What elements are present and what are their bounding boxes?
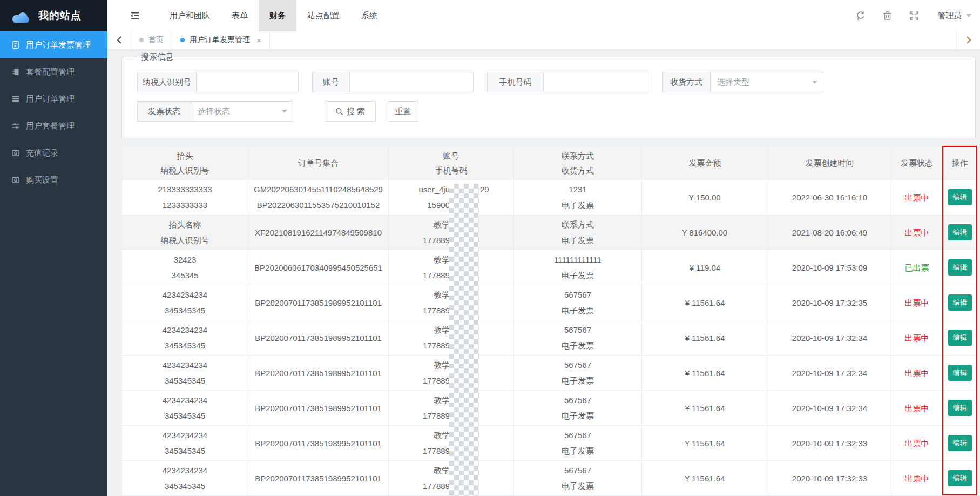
- masked-line: 教学: [389, 322, 513, 338]
- nav-item-system[interactable]: 系统: [350, 0, 388, 31]
- sidebar-item-user-plans[interactable]: 用户套餐管理: [0, 112, 107, 139]
- cell-action: 编辑: [943, 285, 977, 320]
- cell-line: 567567: [514, 322, 641, 338]
- tab-home[interactable]: 首页: [131, 31, 172, 49]
- cell-title: 4234234234345345345: [122, 320, 248, 356]
- reset-button[interactable]: 重置: [388, 101, 418, 122]
- topbar: 我的站点 用户和团队 表单 财务 站点配置 系统: [0, 0, 980, 31]
- cell-line: 电子发票: [514, 373, 641, 388]
- cell-orders: BP20200701173851989952101101: [248, 426, 389, 461]
- col-header-status: 发票状态: [891, 146, 943, 180]
- cell-amount: ¥ 11561.64: [642, 285, 768, 320]
- status-text: 出票中: [891, 400, 942, 416]
- invoice-status-value: 选择状态: [198, 106, 230, 117]
- edit-button[interactable]: 编辑: [948, 470, 972, 486]
- edit-button[interactable]: 编辑: [948, 435, 972, 451]
- masked-line: 177889: [389, 443, 513, 459]
- tabs-scroll-left-icon[interactable]: [107, 31, 131, 49]
- cell-line: 345345345: [122, 303, 248, 318]
- cell-created: 2021-08-20 16:06:49: [768, 215, 891, 250]
- trash-icon[interactable]: [883, 11, 892, 21]
- account-input[interactable]: [349, 72, 474, 92]
- sidebar-item-package-config[interactable]: 套餐配置管理: [0, 58, 107, 85]
- masked-line: 教学: [389, 463, 513, 478]
- tab-user-order-invoice[interactable]: 用户订单发票管理 ×: [172, 31, 270, 49]
- chevron-down-icon: [812, 81, 817, 84]
- cell-orders: BP20200701173851989952101101: [248, 391, 389, 426]
- cell-line: 4234234234: [122, 392, 248, 408]
- cell-contact: 567567电子发票: [514, 461, 642, 496]
- chevron-down-icon: [282, 110, 287, 113]
- cell-line: 567567: [514, 392, 641, 408]
- cell-line: GM20220630145511102485648529: [248, 182, 388, 197]
- sidebar-item-label: 充值记录: [26, 148, 58, 158]
- cell-line: 4234234234: [122, 357, 248, 373]
- cell-account: 教学177889: [389, 250, 514, 285]
- edit-button[interactable]: 编辑: [948, 294, 972, 311]
- cell-line: 电子发票: [514, 197, 641, 213]
- cell-status: 已出票: [891, 250, 943, 285]
- search-button[interactable]: 搜 索: [325, 101, 376, 122]
- cell-line: BP20200701173851989952101101: [248, 330, 388, 346]
- masked-line: 15900: [389, 197, 513, 213]
- edit-button[interactable]: 编辑: [948, 330, 972, 346]
- cell-line: 567567: [514, 357, 641, 373]
- cell-line: 345345345: [122, 478, 248, 494]
- purchase-icon: [11, 176, 20, 184]
- package-config-icon: [11, 68, 20, 76]
- cell-contact: 111111111111电子发票: [514, 250, 642, 285]
- edit-button[interactable]: 编辑: [948, 224, 972, 240]
- nav-item-finance[interactable]: 财务: [259, 0, 296, 31]
- nav-item-forms[interactable]: 表单: [221, 0, 259, 31]
- tabs-scroll-right-icon[interactable]: [956, 31, 980, 49]
- cell-contact: 1231电子发票: [514, 180, 642, 215]
- invoice-icon: [11, 41, 20, 49]
- sidebar-item-user-order-invoice[interactable]: 用户订单发票管理: [0, 31, 107, 58]
- taxpayer-id-label: 纳税人识别号: [137, 72, 197, 92]
- phone-input[interactable]: [543, 72, 648, 92]
- search-button-label: 搜 索: [347, 106, 365, 117]
- cell-created: 2020-10-09 17:32:35: [768, 285, 891, 320]
- menu-fold-icon[interactable]: [130, 11, 140, 21]
- cell-line: 4234234234: [122, 463, 248, 478]
- invoice-status-group: 发票状态 选择状态: [137, 101, 293, 122]
- cell-line: 4234234234: [122, 287, 248, 303]
- sidebar-item-recharge-records[interactable]: 充值记录: [0, 139, 107, 166]
- chevron-down-icon: [966, 14, 971, 17]
- status-text: 出票中: [891, 225, 942, 240]
- cell-line: BP20200701173851989952101101: [248, 365, 388, 381]
- user-name: 管理员: [937, 11, 962, 21]
- cell-amount: ¥ 150.00: [642, 180, 768, 215]
- sidebar-item-user-orders[interactable]: 用户订单管理: [0, 85, 107, 112]
- masked-line: 177889: [389, 373, 513, 388]
- cell-line: BP2022063011553575210010152: [248, 197, 388, 213]
- phone-group: 手机号码: [487, 72, 648, 92]
- cell-title: 4234234234345345345: [122, 356, 248, 391]
- cell-created: 2020-10-09 17:32:34: [768, 320, 891, 356]
- search-icon: [335, 108, 343, 116]
- tab-close-icon[interactable]: ×: [256, 36, 261, 45]
- nav-item-site-config[interactable]: 站点配置: [296, 0, 350, 31]
- delivery-method-select[interactable]: 选择类型: [710, 72, 823, 92]
- edit-button[interactable]: 编辑: [948, 365, 972, 381]
- cell-line: 电子发票: [514, 303, 641, 318]
- fullscreen-icon[interactable]: [909, 11, 919, 21]
- invoice-status-select[interactable]: 选择状态: [191, 101, 293, 122]
- cell-action: 编辑: [943, 391, 977, 426]
- cell-line: 213333333333: [122, 182, 248, 197]
- search-panel-title: 搜索信息: [137, 52, 177, 62]
- refresh-icon[interactable]: [856, 11, 866, 21]
- cell-amount: ¥ 11561.64: [642, 391, 768, 426]
- user-menu[interactable]: 管理员: [937, 11, 971, 21]
- edit-button[interactable]: 编辑: [948, 259, 972, 276]
- edit-button[interactable]: 编辑: [948, 189, 972, 205]
- masked-line: 177889: [389, 478, 513, 494]
- sidebar-item-purchase-settings[interactable]: 购买设置: [0, 166, 107, 193]
- cell-title: 4234234234345345345: [122, 285, 248, 320]
- sidebar-item-label: 用户订单发票管理: [26, 40, 91, 50]
- taxpayer-id-input[interactable]: [196, 72, 299, 92]
- table-row: 4234234234345345345 BP202007011738519899…: [122, 426, 977, 461]
- edit-button[interactable]: 编辑: [948, 400, 972, 416]
- cell-amount: ¥ 816400.00: [642, 215, 768, 250]
- nav-item-users-teams[interactable]: 用户和团队: [159, 0, 221, 31]
